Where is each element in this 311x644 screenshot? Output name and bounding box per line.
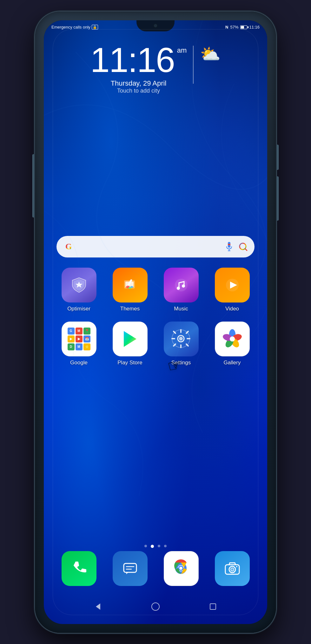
themes-label: Themes (120, 306, 140, 312)
volume-button[interactable] (32, 154, 35, 218)
svg-marker-49 (96, 603, 100, 610)
city-text[interactable]: Touch to add city (90, 88, 187, 94)
google-g-letter: G (65, 242, 72, 251)
playstore-icon (113, 322, 148, 356)
phone-screen: Emergency calls only 🔒 N 57% 11:16 (44, 20, 267, 624)
svg-point-47 (231, 568, 234, 571)
emergency-icon: 🔒 (92, 25, 98, 29)
volume-down-button[interactable] (276, 176, 279, 221)
google-grid: G M 📍 ▶ ▶ 📅 D M ⭐ (64, 324, 94, 354)
page-dot-3[interactable] (164, 545, 167, 547)
page-dot-0[interactable] (144, 545, 147, 547)
page-indicators (44, 545, 267, 548)
phone-icon (62, 551, 96, 586)
playstore-label: Play Store (117, 360, 142, 366)
back-button[interactable] (90, 599, 106, 615)
optimiser-icon (62, 268, 96, 302)
gallery-icon (215, 322, 250, 356)
optimiser-label: Optimiser (67, 306, 90, 312)
svg-point-13 (175, 279, 188, 291)
app-grid: Optimiser (44, 268, 267, 375)
video-label: Video (225, 306, 239, 312)
g-mini-6: 📅 (83, 335, 90, 342)
dock-phone[interactable] (58, 551, 100, 586)
page-dot-2[interactable] (158, 545, 160, 547)
dock-camera[interactable] (212, 551, 253, 586)
nfc-icon: N (225, 25, 228, 29)
g-mini-1: G (68, 328, 75, 335)
svg-point-44 (179, 567, 182, 570)
svg-point-48 (236, 566, 237, 567)
recents-button[interactable] (205, 599, 221, 615)
google-lens-icon[interactable] (238, 242, 248, 252)
front-camera (153, 23, 158, 28)
power-button[interactable] (276, 145, 279, 170)
screen-content: Emergency calls only 🔒 N 57% 11:16 (44, 20, 267, 624)
clock-date: Thursday, 29 April Touch to add city (90, 79, 187, 94)
weather-icon: ⛅ (200, 46, 221, 62)
home-button[interactable] (148, 599, 163, 615)
date-text: Thursday, 29 April (90, 79, 187, 88)
themes-icon (113, 268, 148, 302)
status-left: Emergency calls only 🔒 (51, 25, 98, 29)
battery-percent: 57% (230, 25, 238, 29)
navigation-bar (44, 599, 267, 615)
app-row-2: G M 📍 ▶ ▶ 📅 D M ⭐ (53, 322, 258, 366)
messages-icon (113, 551, 148, 586)
app-row-1: Optimiser (53, 268, 258, 312)
clock-time-block[interactable]: 11:16 am Thursday, 29 April Touch to add… (90, 42, 187, 94)
svg-point-12 (129, 287, 131, 289)
google-logo: G (63, 241, 74, 252)
app-themes[interactable]: Themes (108, 268, 152, 312)
g-mini-2: M (76, 328, 83, 335)
battery-icon (240, 25, 247, 29)
clock-area: 11:16 am Thursday, 29 April Touch to add… (44, 42, 267, 94)
page-dot-1[interactable] (151, 545, 154, 548)
clock-display: 11:16 (90, 42, 175, 77)
svg-marker-18 (124, 331, 136, 347)
music-icon (164, 268, 199, 302)
app-google[interactable]: G M 📍 ▶ ▶ 📅 D M ⭐ (57, 322, 101, 366)
svg-line-5 (245, 249, 247, 250)
dock-chrome[interactable] (161, 551, 202, 586)
app-video[interactable]: Video (210, 268, 255, 312)
svg-point-29 (179, 337, 183, 341)
google-icon: G M 📍 ▶ ▶ 📅 D M ⭐ (62, 322, 96, 356)
status-right: N 57% 11:16 (225, 25, 260, 29)
google-search-bar[interactable]: G (56, 236, 255, 257)
settings-icon (164, 322, 199, 356)
gallery-label: Gallery (224, 360, 241, 366)
phone-frame: Emergency calls only 🔒 N 57% 11:16 (35, 11, 276, 633)
svg-point-15 (182, 284, 185, 288)
emergency-text: Emergency calls only (51, 25, 90, 29)
video-icon (215, 268, 250, 302)
g-mini-8: M (76, 343, 83, 350)
g-mini-4: ▶ (68, 335, 75, 342)
app-settings[interactable]: Settings (159, 322, 203, 366)
weather-widget[interactable]: ⛅ (200, 46, 221, 62)
svg-rect-51 (210, 604, 216, 609)
app-music[interactable]: Music (159, 268, 203, 312)
notch (136, 20, 175, 31)
music-label: Music (174, 306, 188, 312)
camera-icon (215, 551, 250, 586)
clock-divider (193, 46, 194, 84)
status-time: 11:16 (249, 25, 260, 29)
chrome-icon (164, 551, 199, 586)
g-mini-9: ⭐ (83, 343, 90, 350)
app-playstore[interactable]: Play Store (108, 322, 152, 366)
app-optimiser[interactable]: Optimiser (57, 268, 101, 312)
dock-messages[interactable] (109, 551, 151, 586)
svg-point-35 (230, 336, 235, 342)
app-dock (53, 551, 258, 586)
g-mini-7: D (68, 343, 75, 350)
g-mini-3: 📍 (83, 328, 90, 335)
google-label: Google (70, 360, 88, 366)
voice-search-icon[interactable] (224, 242, 234, 252)
clock-ampm: am (177, 46, 187, 55)
svg-rect-3 (228, 244, 230, 245)
svg-point-50 (152, 603, 159, 610)
g-mini-5: ▶ (76, 335, 83, 342)
svg-point-14 (177, 287, 180, 290)
app-gallery[interactable]: Gallery (210, 322, 255, 366)
